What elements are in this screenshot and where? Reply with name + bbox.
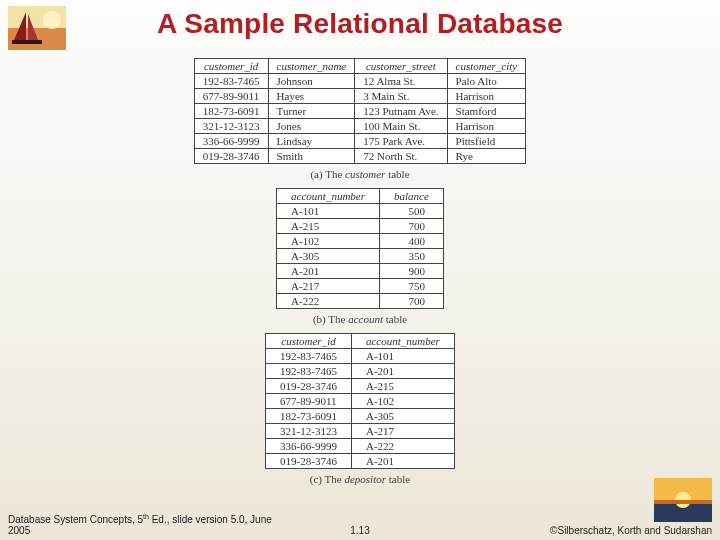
table-cell: 321-12-3123 — [266, 424, 352, 439]
depositor-table: customer_id account_number 192-83-7465A-… — [265, 333, 455, 469]
table-row: 192-83-7465A-101 — [266, 349, 455, 364]
table-cell: 72 North St. — [355, 149, 447, 164]
table-cell: 12 Alma St. — [355, 74, 447, 89]
table-row: A-222700 — [277, 294, 444, 309]
table-cell: Rye — [447, 149, 526, 164]
cap-suf: table — [386, 473, 410, 485]
cap-suf: table — [383, 313, 407, 325]
table-cell: A-101 — [277, 204, 380, 219]
cap-ital: account — [348, 313, 383, 325]
table-cell: A-222 — [351, 439, 454, 454]
svg-rect-9 — [654, 500, 712, 504]
customer-table: customer_id customer_name customer_stree… — [194, 58, 526, 164]
depositor-caption: (c) The depositor table — [310, 473, 410, 485]
footer-right: ©Silberschatz, Korth and Sudarshan — [550, 525, 712, 536]
table-row: A-102400 — [277, 234, 444, 249]
table-cell: Pittsfield — [447, 134, 526, 149]
footer: Database System Concepts, 5th Ed., slide… — [0, 513, 720, 536]
table-row: 321-12-3123A-217 — [266, 424, 455, 439]
table-row: 677-89-9011A-102 — [266, 394, 455, 409]
table-cell: Turner — [268, 104, 355, 119]
table-row: 336-66-9999Lindsay175 Park Ave.Pittsfiel… — [194, 134, 525, 149]
table-cell: 750 — [380, 279, 444, 294]
cap-pre: (b) The — [313, 313, 348, 325]
table-cell: A-215 — [277, 219, 380, 234]
table-cell: Smith — [268, 149, 355, 164]
table-cell: A-305 — [277, 249, 380, 264]
table-cell: 336-66-9999 — [266, 439, 352, 454]
table-cell: 019-28-3746 — [266, 379, 352, 394]
account-caption: (b) The account table — [313, 313, 407, 325]
table-cell: A-102 — [277, 234, 380, 249]
table-cell: Hayes — [268, 89, 355, 104]
cap-pre: (a) The — [310, 168, 345, 180]
svg-rect-5 — [12, 40, 42, 44]
table-cell: 019-28-3746 — [194, 149, 268, 164]
th: balance — [380, 189, 444, 204]
table-row: 019-28-3746A-201 — [266, 454, 455, 469]
table-cell: Palo Alto — [447, 74, 526, 89]
customer-caption: (a) The customer table — [310, 168, 409, 180]
table-row: A-217750 — [277, 279, 444, 294]
table-cell: A-215 — [351, 379, 454, 394]
table-row: A-101500 — [277, 204, 444, 219]
table-cell: 3 Main St. — [355, 89, 447, 104]
th: customer_name — [268, 59, 355, 74]
table-cell: A-217 — [351, 424, 454, 439]
table-cell: Jones — [268, 119, 355, 134]
table-cell: 100 Main St. — [355, 119, 447, 134]
table-cell: 123 Putnam Ave. — [355, 104, 447, 119]
table-cell: Johnson — [268, 74, 355, 89]
cap-ital: customer — [345, 168, 385, 180]
table-cell: 192-83-7465 — [266, 364, 352, 379]
table-cell: A-201 — [351, 454, 454, 469]
table-cell: 700 — [380, 219, 444, 234]
table-row: 192-83-7465Johnson12 Alma St.Palo Alto — [194, 74, 525, 89]
th: customer_id — [266, 334, 352, 349]
table-row: 192-83-7465A-201 — [266, 364, 455, 379]
table-cell: 900 — [380, 264, 444, 279]
th: account_number — [277, 189, 380, 204]
th: customer_street — [355, 59, 447, 74]
table-cell: A-102 — [351, 394, 454, 409]
table-cell: 192-83-7465 — [194, 74, 268, 89]
th: customer_id — [194, 59, 268, 74]
table-cell: 677-89-9011 — [266, 394, 352, 409]
footer-text: Database System Concepts, 5 — [8, 514, 143, 525]
table-cell: A-222 — [277, 294, 380, 309]
table-cell: 182-73-6091 — [266, 409, 352, 424]
table-cell: A-201 — [277, 264, 380, 279]
table-cell: 019-28-3746 — [266, 454, 352, 469]
page-title: A Sample Relational Database — [0, 0, 720, 40]
table-cell: A-201 — [351, 364, 454, 379]
th: account_number — [351, 334, 454, 349]
account-table: account_number balance A-101500A-215700A… — [276, 188, 444, 309]
table-cell: 700 — [380, 294, 444, 309]
table-cell: A-217 — [277, 279, 380, 294]
table-cell: 400 — [380, 234, 444, 249]
table-cell: Harrison — [447, 89, 526, 104]
table-cell: 500 — [380, 204, 444, 219]
corner-image-sailboat — [8, 6, 66, 50]
table-cell: Lindsay — [268, 134, 355, 149]
table-cell: 321-12-3123 — [194, 119, 268, 134]
table-cell: Harrison — [447, 119, 526, 134]
tables-container: customer_id customer_name customer_stree… — [180, 58, 540, 491]
table-row: 019-28-3746A-215 — [266, 379, 455, 394]
table-cell: 336-66-9999 — [194, 134, 268, 149]
slide-number: 1.13 — [350, 525, 369, 536]
table-cell: 182-73-6091 — [194, 104, 268, 119]
table-cell: A-305 — [351, 409, 454, 424]
table-row: 336-66-9999A-222 — [266, 439, 455, 454]
th: customer_city — [447, 59, 526, 74]
table-row: A-215700 — [277, 219, 444, 234]
table-row: 182-73-6091A-305 — [266, 409, 455, 424]
table-row: A-305350 — [277, 249, 444, 264]
table-row: 182-73-6091Turner123 Putnam Ave.Stamford — [194, 104, 525, 119]
svg-point-2 — [43, 11, 61, 29]
table-cell: 677-89-9011 — [194, 89, 268, 104]
table-cell: 192-83-7465 — [266, 349, 352, 364]
table-cell: 175 Park Ave. — [355, 134, 447, 149]
table-row: 019-28-3746Smith72 North St.Rye — [194, 149, 525, 164]
cap-ital: depositor — [344, 473, 386, 485]
